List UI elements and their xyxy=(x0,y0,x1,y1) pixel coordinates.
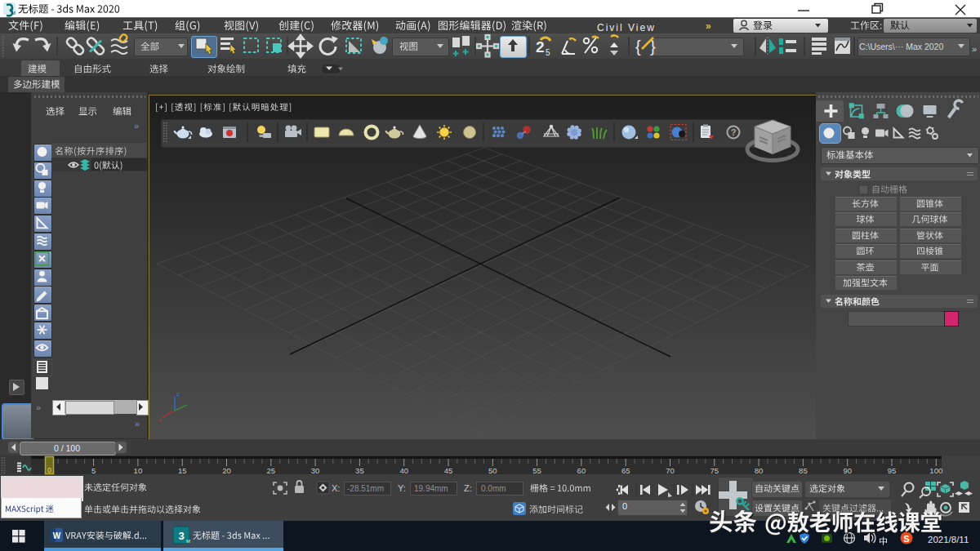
svg-text:5: 5 xyxy=(546,48,550,57)
svg-text:M: M xyxy=(11,11,16,16)
svg-text:60: 60 xyxy=(577,466,586,475)
svg-text:55: 55 xyxy=(532,466,541,475)
svg-text:85: 85 xyxy=(799,466,808,475)
svg-text:x: x xyxy=(158,416,162,424)
svg-text:80: 80 xyxy=(755,466,764,475)
svg-text:3: 3 xyxy=(178,530,184,542)
svg-text:75: 75 xyxy=(710,466,719,475)
svg-text:»: » xyxy=(135,419,140,429)
svg-text:»: » xyxy=(134,121,139,131)
svg-text:40: 40 xyxy=(399,466,408,475)
svg-text:z: z xyxy=(176,390,180,398)
svg-text:50: 50 xyxy=(488,466,497,475)
svg-text:65: 65 xyxy=(621,466,630,475)
svg-text:»: » xyxy=(36,402,41,412)
svg-text:S: S xyxy=(903,534,909,544)
svg-text:10: 10 xyxy=(134,466,143,475)
svg-text:25: 25 xyxy=(267,466,276,475)
svg-text:W: W xyxy=(53,531,61,540)
svg-text:45: 45 xyxy=(444,466,453,475)
svg-text:»: » xyxy=(972,44,977,54)
svg-text:35: 35 xyxy=(355,466,364,475)
svg-text:95: 95 xyxy=(888,466,897,475)
svg-text:»: » xyxy=(706,20,711,32)
svg-text:90: 90 xyxy=(843,466,852,475)
svg-text:20: 20 xyxy=(222,466,231,475)
svg-text:2: 2 xyxy=(536,38,545,56)
svg-text:70: 70 xyxy=(666,466,675,475)
svg-text:{: { xyxy=(635,38,641,56)
svg-text:M: M xyxy=(186,539,190,544)
svg-text:15: 15 xyxy=(178,466,187,475)
svg-text:30: 30 xyxy=(311,466,320,475)
svg-text:0: 0 xyxy=(47,466,51,474)
svg-text:5: 5 xyxy=(91,466,96,475)
svg-text:?: ? xyxy=(731,127,737,137)
svg-text:100: 100 xyxy=(929,466,942,475)
